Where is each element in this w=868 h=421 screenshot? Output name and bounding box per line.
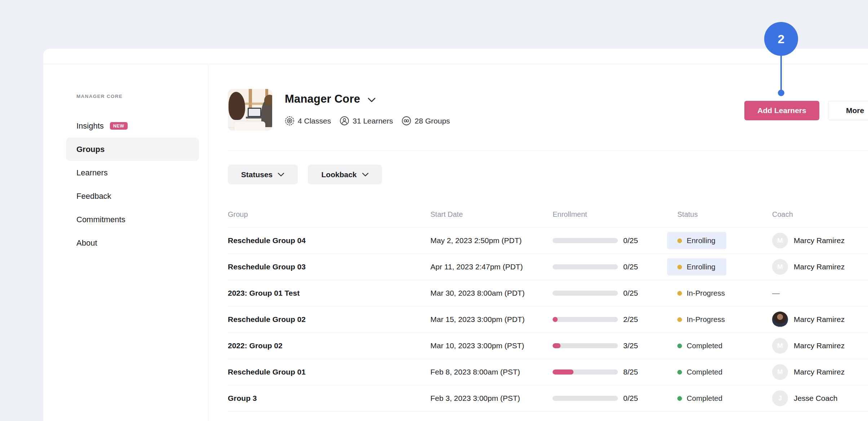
status-cell: Enrolling [677, 258, 772, 276]
sidebar-section-label: MANAGER CORE [76, 94, 123, 99]
table-row[interactable]: Reschedule Group 01Feb 8, 2023 8:00am (P… [228, 359, 868, 385]
status-badge: Completed [667, 390, 733, 407]
status-badge: Completed [667, 363, 733, 381]
enrollment-progress-bar [553, 317, 618, 322]
sidebar-item-label: Insights [76, 121, 104, 131]
column-header-group: Group [228, 207, 430, 219]
content-card: MANAGER CORE Insights NEW Groups Learner… [43, 49, 868, 421]
table-row[interactable]: Reschedule Group 02Mar 15, 2023 3:00pm (… [228, 306, 868, 333]
new-badge: NEW [110, 122, 128, 130]
enrollment-cell: 8/25 [553, 368, 677, 376]
status-dot [677, 317, 682, 322]
column-header-coach: Coach [772, 207, 868, 219]
status-dot [677, 344, 682, 348]
sidebar-item-about[interactable]: About [66, 231, 199, 255]
sidebar-nav: Insights NEW Groups Learners Feedback Co… [66, 114, 199, 255]
photo-laptop [248, 108, 261, 117]
stat-classes: 4 Classes [285, 116, 331, 126]
status-cell: Enrolling [677, 232, 772, 249]
table-row[interactable]: Group 3Feb 3, 2023 3:00pm (PST)0/25Compl… [228, 385, 868, 412]
sidebar-item-label: Learners [76, 168, 108, 178]
lookback-filter-dropdown[interactable]: Lookback [308, 165, 382, 184]
add-learners-button[interactable]: Add Learners [744, 101, 819, 120]
status-badge: In-Progress [667, 285, 736, 302]
enrollment-progress-fill [553, 343, 561, 348]
sidebar-item-insights[interactable]: Insights NEW [66, 114, 199, 138]
status-label: In-Progress [687, 289, 725, 297]
enrollment-count: 0/25 [623, 394, 638, 403]
page-title: Manager Core [285, 93, 360, 106]
photo-person-left-hair [229, 92, 245, 120]
enrollment-progress-bar [553, 396, 618, 401]
enrollment-count: 8/25 [623, 368, 638, 376]
lookback-filter-label: Lookback [321, 170, 356, 179]
coach-cell: MMarcy Ramirez [772, 364, 868, 380]
sidebar-item-label: Commitments [76, 215, 125, 224]
status-cell: Completed [677, 390, 772, 407]
column-header-enrollment: Enrollment [553, 207, 677, 219]
status-dot [677, 291, 682, 296]
status-dot [677, 396, 682, 401]
table-row[interactable]: 2023: Group 01 TestMar 30, 2023 8:00am (… [228, 280, 868, 306]
annotation-connector-line [780, 55, 782, 90]
coach-initial-avatar: M [772, 338, 788, 354]
enrollment-cell: 2/25 [553, 315, 677, 324]
sidebar-item-feedback[interactable]: Feedback [66, 184, 199, 208]
enrollment-progress-bar [553, 238, 618, 243]
stat-label: 31 Learners [353, 117, 393, 125]
sidebar-item-learners[interactable]: Learners [66, 161, 199, 184]
status-cell: Completed [677, 363, 772, 381]
column-header-status: Status [677, 207, 772, 219]
coach-name: Marcy Ramirez [794, 315, 845, 324]
chevron-down-icon[interactable] [367, 97, 376, 103]
annotation-step-badge: 2 [764, 22, 798, 56]
more-button[interactable]: More [828, 101, 868, 120]
coach-initial-avatar: M [772, 259, 788, 275]
enrollment-cell: 0/25 [553, 289, 677, 297]
coach-cell: — [772, 289, 868, 297]
group-cover-photo [228, 89, 272, 131]
coach-name: Jesse Coach [794, 394, 837, 403]
stat-groups: 28 Groups [402, 116, 450, 126]
enrollment-count: 2/25 [623, 315, 638, 324]
statuses-filter-dropdown[interactable]: Statuses [228, 165, 298, 184]
filter-bar: Statuses Lookback [228, 165, 382, 184]
coach-name: Marcy Ramirez [794, 341, 845, 350]
sidebar: MANAGER CORE Insights NEW Groups Learner… [43, 64, 208, 421]
sidebar-item-commitments[interactable]: Commitments [66, 208, 199, 231]
enrollment-progress-bar [553, 264, 618, 269]
sidebar-item-groups[interactable]: Groups [66, 138, 199, 161]
classes-icon [285, 116, 294, 126]
coach-cell: MMarcy Ramirez [772, 259, 868, 275]
chevron-down-icon [362, 173, 369, 177]
chevron-down-icon [278, 173, 284, 177]
learners-icon [340, 116, 349, 126]
stat-label: 28 Groups [415, 117, 450, 125]
coach-name: Marcy Ramirez [794, 263, 845, 271]
table-row[interactable]: Reschedule Group 04May 2, 2023 2:50pm (P… [228, 228, 868, 254]
table-header-row: Group Start Date Enrollment Status Coach [228, 207, 868, 228]
coach-cell: JJesse Coach [772, 390, 868, 406]
enrollment-cell: 0/25 [553, 394, 677, 403]
status-label: Completed [687, 368, 722, 376]
status-label: Enrolling [687, 236, 716, 245]
table-body: Reschedule Group 04May 2, 2023 2:50pm (P… [228, 228, 868, 412]
table-row[interactable]: 2022: Group 02Mar 10, 2023 3:00pm (PST)3… [228, 333, 868, 359]
start-date: Mar 10, 2023 3:00pm (PST) [430, 341, 553, 350]
card-top-bar [43, 49, 868, 64]
coach-cell: Marcy Ramirez [772, 312, 868, 327]
column-header-start-date: Start Date [430, 207, 553, 219]
sidebar-item-label: About [76, 238, 97, 248]
group-name: Reschedule Group 01 [228, 368, 430, 376]
enrollment-progress-bar [553, 343, 618, 348]
status-cell: Completed [677, 337, 772, 354]
status-badge: In-Progress [667, 311, 736, 328]
table-row[interactable]: Reschedule Group 03Apr 11, 2023 2:47pm (… [228, 254, 868, 280]
group-name: 2023: Group 01 Test [228, 289, 430, 297]
enrollment-count: 0/25 [623, 236, 638, 245]
coach-name: — [772, 289, 780, 297]
coach-name: Marcy Ramirez [794, 368, 845, 376]
status-label: Completed [687, 341, 722, 350]
groups-icon [402, 116, 411, 126]
photo-table [234, 121, 265, 131]
